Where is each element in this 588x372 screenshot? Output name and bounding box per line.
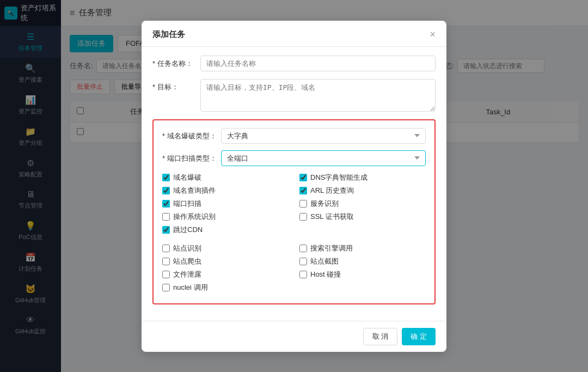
site-screenshot-checkbox-item: 站点截图 — [299, 257, 426, 266]
bypass-cdn-checkbox-label: 跳过CDN — [173, 225, 203, 235]
target-form-label: * 目标： — [152, 79, 196, 92]
options-col-right: DNS字典智能生成 ARL 历史查询 服务识别 — [299, 173, 426, 238]
search-engine-checkbox-item: 搜索引擎调用 — [299, 243, 426, 253]
bypass-cdn-checkbox-item: 跳过CDN — [162, 225, 289, 235]
port-scan-checkbox-label: 端口扫描 — [173, 199, 201, 209]
modal-body: * 任务名称： * 目标： * 域名爆破类型： 大字典 * — [142, 47, 446, 321]
port-scan-label: * 端口扫描类型： — [162, 150, 217, 163]
file-leak-checkbox[interactable] — [162, 271, 170, 278]
confirm-button[interactable]: 确 定 — [402, 328, 436, 345]
ssl-cert-checkbox[interactable] — [299, 213, 307, 221]
target-form-input[interactable] — [200, 79, 436, 112]
file-leak-checkbox-label: 文件泄露 — [173, 270, 201, 279]
host-collision-checkbox[interactable] — [299, 271, 307, 278]
options-col3-right: 搜索引擎调用 站点截图 Host 碰撞 — [299, 243, 426, 296]
site-identify-checkbox-label: 站点识别 — [173, 243, 201, 253]
os-detect-checkbox-label: 操作系统识别 — [173, 212, 216, 222]
site-screenshot-checkbox-label: 站点截图 — [310, 257, 339, 266]
os-detect-checkbox-item: 操作系统识别 — [162, 212, 289, 222]
service-detect-checkbox-item: 服务识别 — [299, 199, 426, 209]
ssl-cert-checkbox-label: SSL 证书获取 — [310, 212, 354, 222]
dns-gen-checkbox-item: DNS字典智能生成 — [299, 173, 426, 182]
site-screenshot-checkbox[interactable] — [299, 258, 307, 265]
task-name-form-input[interactable] — [200, 56, 436, 71]
site-identify-checkbox-item: 站点识别 — [162, 243, 289, 253]
nuclei-checkbox[interactable] — [162, 284, 170, 291]
port-scan-row: * 端口扫描类型： 全端口 — [162, 150, 426, 166]
service-detect-checkbox[interactable] — [299, 200, 307, 208]
bypass-cdn-checkbox[interactable] — [162, 226, 170, 234]
dns-gen-checkbox[interactable] — [299, 174, 307, 181]
modal-header: 添加任务 × — [142, 21, 446, 47]
modal-footer: 取 消 确 定 — [142, 321, 446, 352]
host-collision-checkbox-label: Host 碰撞 — [310, 270, 341, 279]
ssl-cert-checkbox-item: SSL 证书获取 — [299, 212, 426, 222]
domain-brute-checkbox[interactable] — [162, 174, 170, 181]
site-identify-checkbox[interactable] — [162, 245, 170, 252]
domain-brute-checkbox-label: 域名爆破 — [173, 173, 201, 182]
site-crawl-checkbox-item: 站点爬虫 — [162, 257, 289, 266]
dns-gen-checkbox-label: DNS字典智能生成 — [310, 173, 367, 182]
site-crawl-checkbox-label: 站点爬虫 — [173, 257, 201, 266]
domain-query-checkbox-item: 域名查询插件 — [162, 186, 289, 196]
task-name-form-label: * 任务名称： — [152, 56, 196, 69]
nuclei-checkbox-label: nuclei 调用 — [173, 283, 208, 292]
modal-overlay: 添加任务 × * 任务名称： * 目标： * 域名爆破类型： 大字典 — [0, 0, 588, 372]
domain-brute-label: * 域名爆破类型： — [162, 128, 217, 141]
domain-brute-select[interactable]: 大字典 — [221, 128, 426, 144]
task-name-form-row: * 任务名称： — [152, 56, 436, 71]
cancel-button[interactable]: 取 消 — [363, 328, 398, 345]
arl-history-checkbox-item: ARL 历史查询 — [299, 186, 426, 196]
domain-query-checkbox[interactable] — [162, 187, 170, 194]
search-engine-checkbox-label: 搜索引擎调用 — [310, 243, 353, 253]
file-leak-checkbox-item: 文件泄露 — [162, 270, 289, 279]
port-scan-checkbox-item: 端口扫描 — [162, 199, 289, 209]
modal-close-button[interactable]: × — [430, 29, 436, 39]
add-task-modal: 添加任务 × * 任务名称： * 目标： * 域名爆破类型： 大字典 — [142, 21, 446, 352]
host-collision-checkbox-item: Host 碰撞 — [299, 270, 426, 279]
options-grid-2: 站点识别 站点爬虫 文件泄露 nuclei 调用 — [162, 243, 426, 296]
domain-query-checkbox-label: 域名查询插件 — [173, 186, 216, 196]
port-scan-checkbox[interactable] — [162, 200, 170, 208]
options-grid: 域名爆破 域名查询插件 端口扫描 操作系统识 — [162, 173, 426, 238]
os-detect-checkbox[interactable] — [162, 213, 170, 221]
arl-history-checkbox-label: ARL 历史查询 — [310, 186, 354, 196]
site-crawl-checkbox[interactable] — [162, 258, 170, 265]
target-form-row: * 目标： — [152, 79, 436, 112]
search-engine-checkbox[interactable] — [299, 245, 307, 252]
options-col3-left: 站点识别 站点爬虫 文件泄露 nuclei 调用 — [162, 243, 289, 296]
options-col-left: 域名爆破 域名查询插件 端口扫描 操作系统识 — [162, 173, 289, 238]
nuclei-checkbox-item: nuclei 调用 — [162, 283, 289, 292]
service-detect-checkbox-label: 服务识别 — [310, 199, 339, 209]
modal-title: 添加任务 — [152, 29, 185, 40]
options-box: * 域名爆破类型： 大字典 * 端口扫描类型： 全端口 — [152, 119, 436, 304]
port-scan-select[interactable]: 全端口 — [221, 150, 426, 166]
domain-brute-row: * 域名爆破类型： 大字典 — [162, 128, 426, 144]
domain-brute-checkbox-item: 域名爆破 — [162, 173, 289, 182]
arl-history-checkbox[interactable] — [299, 187, 307, 194]
